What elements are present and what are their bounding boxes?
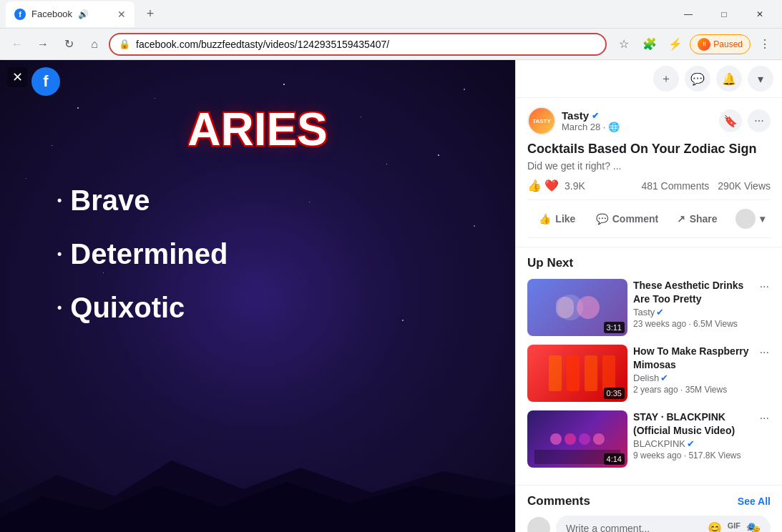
bullet-3: • — [57, 300, 62, 315]
video-card-meta-3: 9 weeks ago · 517.8K Views — [633, 450, 753, 460]
browser-tab[interactable]: f Facebook 🔊 ✕ — [6, 1, 135, 27]
browser-toolbar: ← → ↻ ⌂ 🔒 ☆ 🧩 ⚡ ⏸ Paused ⋮ — [0, 29, 782, 60]
like-label: Like — [555, 213, 575, 225]
video-card-1: 3:11 These Aesthetic Drinks Are Too Pret… — [527, 279, 771, 336]
notifications-button[interactable]: 🔔 — [716, 66, 742, 92]
video-thumbnail-3[interactable]: 4:14 — [527, 410, 627, 468]
comments-section: Comments See All Write a comment... 😊 GI… — [516, 485, 782, 532]
video-card-channel-1: Tasty ✔ — [633, 307, 753, 317]
minimize-button[interactable]: — — [672, 0, 705, 29]
views-count: 290K Views — [718, 180, 771, 192]
video-card-title-1: These Aesthetic Drinks Are Too Pretty — [633, 279, 753, 305]
right-sidebar: ＋ 💬 🔔 ▾ TASTY Tasty ✔ March 28 · — [515, 60, 782, 532]
svg-point-11 — [579, 433, 590, 445]
share-icon: ↗ — [677, 213, 685, 225]
video-card-channel-3: BLACKPINK ✔ — [633, 438, 753, 449]
comment-icon: 💬 — [596, 213, 608, 225]
comment-input-row: Write a comment... 😊 GIF 🎭 — [527, 516, 771, 532]
content-area: ✕ f — [0, 60, 782, 532]
share-button[interactable]: ↗ Share — [667, 207, 727, 230]
emoji-button[interactable]: 😊 — [708, 521, 722, 532]
extensions-button[interactable]: 🧩 — [638, 33, 661, 56]
tab-audio-icon: 🔊 — [78, 9, 89, 19]
video-close-button[interactable]: ✕ — [7, 67, 27, 87]
address-bar-container[interactable]: 🔒 — [109, 33, 607, 56]
profile-button[interactable]: ⚡ — [664, 33, 687, 56]
video-card-meta-2: 2 years ago · 35M Views — [633, 385, 753, 395]
video-title: Cocktails Based On Your Zodiac Sign — [527, 141, 771, 157]
duration-3: 4:14 — [604, 453, 625, 465]
channel-name: Tasty ✔ — [562, 109, 713, 122]
bookmark-button[interactable]: ☆ — [612, 33, 635, 56]
video-thumbnail-1[interactable]: 3:11 — [527, 279, 627, 336]
trait-brave-text: Brave — [70, 184, 150, 217]
video-aries-title: ARIES — [187, 103, 328, 156]
channel-row: TASTY Tasty ✔ March 28 · 🌐 🔖 ··· — [527, 107, 771, 135]
toolbar-right: ☆ 🧩 ⚡ ⏸ Paused ⋮ — [612, 33, 776, 56]
paused-badge[interactable]: ⏸ Paused — [690, 34, 751, 54]
trait-quixotic-text: Quixotic — [70, 292, 185, 324]
sidebar-top-actions: ＋ 💬 🔔 ▾ — [516, 60, 782, 98]
duration-1: 3:11 — [604, 322, 625, 333]
menu-button[interactable]: ⋮ — [753, 33, 776, 56]
up-next-title: Up Next — [527, 256, 771, 270]
maximize-button[interactable]: □ — [708, 0, 741, 29]
home-button[interactable]: ⌂ — [83, 33, 106, 56]
comment-input-box[interactable]: Write a comment... 😊 GIF 🎭 — [556, 516, 771, 532]
new-tab-button[interactable]: + — [140, 4, 160, 24]
trait-determined-text: Determined — [70, 238, 228, 270]
more-options-button[interactable]: ··· — [748, 109, 771, 132]
video-info: TASTY Tasty ✔ March 28 · 🌐 🔖 ··· Coc — [516, 98, 782, 247]
channel-details: Tasty ✔ March 28 · 🌐 — [562, 109, 713, 132]
window-controls: — □ ✕ — [672, 0, 776, 29]
paused-label: Paused — [713, 39, 743, 49]
trait-quixotic: • Quixotic — [57, 292, 185, 324]
video-more-2[interactable]: ··· — [758, 345, 771, 360]
reactions-row: 👍 ❤️ 3.9K 481 Comments 290K Views — [527, 179, 771, 192]
video-more-1[interactable]: ··· — [758, 279, 771, 295]
close-window-button[interactable]: ✕ — [743, 0, 776, 29]
back-button[interactable]: ← — [6, 33, 29, 56]
video-more-3[interactable]: ··· — [758, 410, 771, 426]
like-icon: 👍 — [539, 213, 551, 225]
add-button[interactable]: ＋ — [653, 66, 679, 92]
comment-placeholder: Write a comment... — [566, 523, 708, 532]
video-card-title-2: How To Make Raspberry Mimosas — [633, 345, 753, 370]
account-menu-button[interactable]: ▾ — [748, 66, 773, 92]
video-card-info-3: STAY · BLACKPINK (Official Music Video) … — [633, 410, 753, 460]
reactions-count: 3.9K — [564, 180, 585, 192]
reload-button[interactable]: ↻ — [57, 33, 80, 56]
video-thumbnail-2[interactable]: 0:35 — [527, 345, 627, 402]
channel-date: March 28 · 🌐 — [562, 122, 713, 132]
video-card-info-2: How To Make Raspberry Mimosas Delish ✔ 2… — [633, 345, 753, 394]
svg-rect-7 — [585, 355, 597, 391]
verified-2: ✔ — [660, 373, 668, 383]
like-button[interactable]: 👍 Like — [527, 207, 587, 230]
more-reactions-button[interactable]: ▾ — [730, 203, 771, 235]
video-card-meta-1: 23 weeks ago · 6.5M Views — [633, 319, 753, 329]
tab-favicon-icon: f — [14, 9, 26, 20]
forward-button[interactable]: → — [31, 33, 54, 56]
channel-avatar: TASTY — [527, 107, 556, 135]
comments-title: Comments — [527, 494, 590, 508]
share-label: Share — [690, 213, 718, 225]
svg-point-10 — [564, 433, 576, 445]
save-button[interactable]: 🔖 — [719, 109, 742, 132]
bullet-2: • — [57, 247, 62, 262]
see-all-link[interactable]: See All — [738, 496, 771, 507]
gif-button[interactable]: GIF — [728, 521, 741, 532]
actions-row: 👍 Like 💬 Comment ↗ Share ▾ — [527, 200, 771, 238]
video-card-3: 4:14 STAY · BLACKPINK (Official Music Vi… — [527, 410, 771, 468]
svg-rect-3 — [556, 297, 574, 318]
comment-icons: 😊 GIF 🎭 — [708, 521, 761, 532]
address-input[interactable] — [136, 39, 597, 50]
messenger-button[interactable]: 💬 — [685, 66, 710, 92]
tab-close-button[interactable]: ✕ — [117, 9, 126, 20]
lock-icon: 🔒 — [119, 39, 130, 49]
video-card-2: 0:35 How To Make Raspberry Mimosas Delis… — [527, 345, 771, 402]
sticker-button[interactable]: 🎭 — [746, 521, 761, 532]
comment-button[interactable]: 💬 Comment — [590, 207, 665, 230]
duration-2: 0:35 — [604, 388, 625, 399]
facebook-logo[interactable]: f — [31, 67, 60, 96]
trait-list: • Brave • Determined • Quixotic — [0, 184, 515, 324]
